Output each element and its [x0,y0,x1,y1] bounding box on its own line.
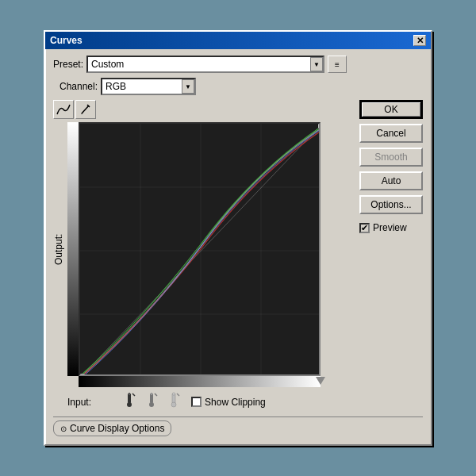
input-label: Input: [67,397,91,408]
curve-tool-button[interactable] [53,100,74,119]
channel-select[interactable]: RGB Red Green Blue [101,78,196,95]
ok-button[interactable]: OK [359,100,423,119]
options-button[interactable]: Options... [359,195,423,214]
svg-marker-20 [151,393,152,395]
svg-line-0 [82,106,89,113]
right-panel: OK Cancel Smooth Auto Options... ✔ Previ… [359,100,423,412]
close-button[interactable]: ✕ [413,35,426,46]
white-eyedropper-icon [166,392,183,409]
pencil-tool-button[interactable] [75,100,96,119]
svg-line-19 [155,393,157,396]
show-clipping-checkbox[interactable] [191,397,202,407]
curves-svg [80,124,321,376]
show-clipping-row: Show Clipping [191,397,266,408]
preset-label: Preset: [53,59,83,70]
curve-graph[interactable] [79,122,321,376]
preview-checkbox[interactable]: ✔ [359,223,370,233]
preset-select-wrapper: Custom Default Linear Contrast Medium Co… [86,56,324,73]
preview-row: ✔ Preview [359,222,423,233]
curve-display-chevron-icon: ⊙ [60,424,67,433]
preview-label: Preview [373,222,407,233]
cancel-button[interactable]: Cancel [359,124,423,143]
curve-area: Output: [53,122,353,387]
black-eyedropper-icon [121,392,139,409]
svg-point-18 [149,402,154,407]
channel-row: Channel: RGB Red Green Blue ▼ [60,78,423,95]
dialog-body: Preset: Custom Default Linear Contrast M… [45,49,431,444]
bottom-row: ⊙ Curve Display Options [53,416,423,436]
output-label: Output: [53,122,64,376]
curve-display-label: Curve Display Options [70,423,164,434]
preset-menu-icon[interactable]: ≡ [328,56,347,73]
input-gradient-row [79,376,321,387]
title-bar: Curves ✕ [45,32,431,49]
input-gradient [79,376,321,387]
output-gradient [67,122,79,376]
show-clipping-label: Show Clipping [205,397,266,408]
svg-point-22 [171,402,176,407]
white-point-eyedropper[interactable] [166,392,183,412]
preset-select[interactable]: Custom Default Linear Contrast Medium Co… [86,56,324,73]
tool-row [53,100,353,119]
left-panel: Output: [53,100,353,412]
pencil-icon [79,103,92,116]
main-content: Output: [53,100,423,412]
input-section: Input: [67,392,353,412]
preset-row: Preset: Custom Default Linear Contrast M… [53,56,423,73]
dialog-title: Curves [50,35,83,46]
output-section: Output: [53,122,66,376]
smooth-button[interactable]: Smooth [359,148,423,167]
curve-with-gradient [67,122,321,387]
svg-marker-16 [129,393,130,395]
curve-icon [56,104,71,115]
svg-marker-24 [173,393,175,395]
curve-inner [67,122,321,376]
gray-eyedropper-icon [144,392,161,409]
svg-rect-12 [318,124,321,129]
curve-display-options-button[interactable]: ⊙ Curve Display Options [53,420,171,436]
curves-dialog: Curves ✕ Preset: Custom Default Linear C… [44,30,432,446]
svg-line-15 [132,393,135,396]
gradient-triangle [316,377,325,385]
svg-point-14 [127,402,132,407]
black-point-eyedropper[interactable] [121,392,139,412]
eyedropper-row [121,392,183,412]
gray-point-eyedropper[interactable] [144,392,161,412]
svg-line-23 [177,393,179,396]
auto-button[interactable]: Auto [359,171,423,190]
channel-label: Channel: [60,81,98,92]
channel-select-wrapper: RGB Red Green Blue ▼ [101,78,196,95]
